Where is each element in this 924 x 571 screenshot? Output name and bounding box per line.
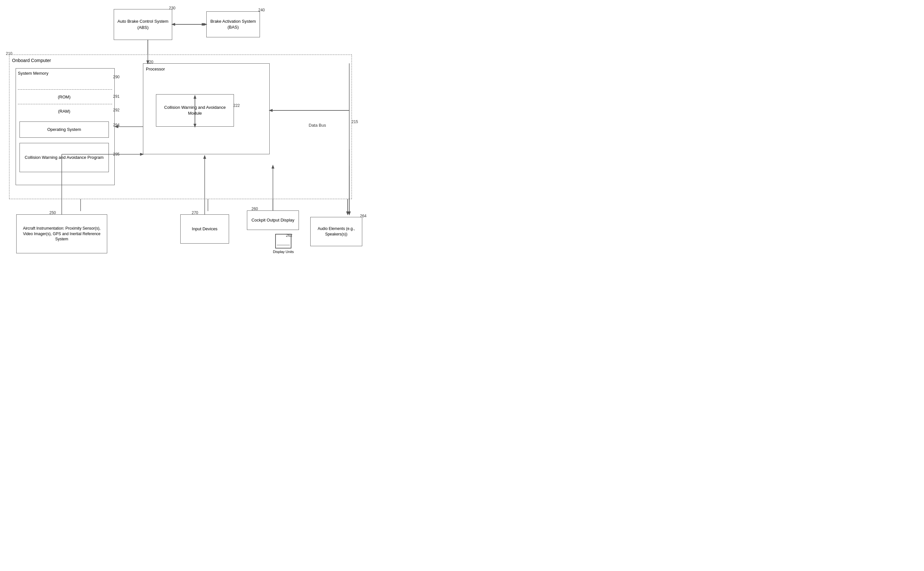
data-bus-ref: 215 bbox=[352, 120, 358, 124]
cwap-ref: 295 bbox=[113, 152, 120, 157]
onboard-ref: 210 bbox=[6, 51, 12, 56]
abs-box: Auto Brake Control System (ABS) bbox=[114, 9, 172, 40]
aircraft-box: Aircraft Instrumentation: Proximity Sens… bbox=[16, 215, 107, 253]
os-box: Operating System bbox=[20, 122, 109, 138]
bas-box: Brake Activation System (BAS) bbox=[206, 11, 260, 37]
cockpit-output-ref: 260 bbox=[252, 207, 258, 211]
rom-label: (ROM) bbox=[58, 94, 71, 99]
system-memory-label: System Memory bbox=[18, 71, 48, 76]
os-ref: 294 bbox=[113, 123, 120, 127]
data-bus-label: Data Bus bbox=[309, 123, 326, 128]
ram-label: (RAM) bbox=[58, 109, 71, 114]
audio-elements-ref: 264 bbox=[360, 214, 366, 218]
aircraft-ref: 250 bbox=[49, 210, 56, 215]
cwam-box: Collision Warning and Avoidance Module bbox=[156, 94, 234, 127]
input-devices-ref: 270 bbox=[192, 210, 198, 215]
cwap-label: Collision Warning and Avoidance Program bbox=[25, 154, 104, 160]
os-label: Operating System bbox=[47, 127, 81, 133]
cwap-box: Collision Warning and Avoidance Program bbox=[20, 143, 109, 172]
cockpit-output-label: Cockpit Output Display bbox=[252, 217, 294, 223]
input-devices-box: Input Devices bbox=[180, 215, 229, 244]
display-units-ref: 262 bbox=[286, 233, 292, 238]
cockpit-output-box: Cockpit Output Display bbox=[247, 210, 299, 230]
processor-label: Processor bbox=[146, 66, 165, 72]
display-units-label: Display Units bbox=[273, 250, 294, 254]
abs-ref: 230 bbox=[169, 6, 175, 11]
audio-elements-label: Audio Elements (e.g., Speakers(s)) bbox=[312, 226, 360, 237]
ram-ref: 292 bbox=[113, 108, 120, 113]
onboard-label: Onboard Computer bbox=[12, 57, 51, 64]
input-devices-label: Input Devices bbox=[192, 226, 218, 232]
diagram: Auto Brake Control System (ABS) 230 Brak… bbox=[0, 0, 462, 286]
audio-elements-box: Audio Elements (e.g., Speakers(s)) bbox=[310, 217, 362, 246]
processor-ref: 220 bbox=[147, 60, 153, 64]
aircraft-label: Aircraft Instrumentation: Proximity Sens… bbox=[19, 226, 105, 242]
abs-label: Auto Brake Control System (ABS) bbox=[116, 19, 170, 30]
cwam-ref: 222 bbox=[233, 103, 240, 108]
cwam-label: Collision Warning and Avoidance Module bbox=[158, 105, 232, 116]
bas-label: Brake Activation System (BAS) bbox=[209, 19, 258, 30]
bas-ref: 240 bbox=[258, 8, 265, 12]
system-memory-ref: 290 bbox=[113, 75, 120, 79]
rom-ref: 291 bbox=[113, 94, 120, 99]
